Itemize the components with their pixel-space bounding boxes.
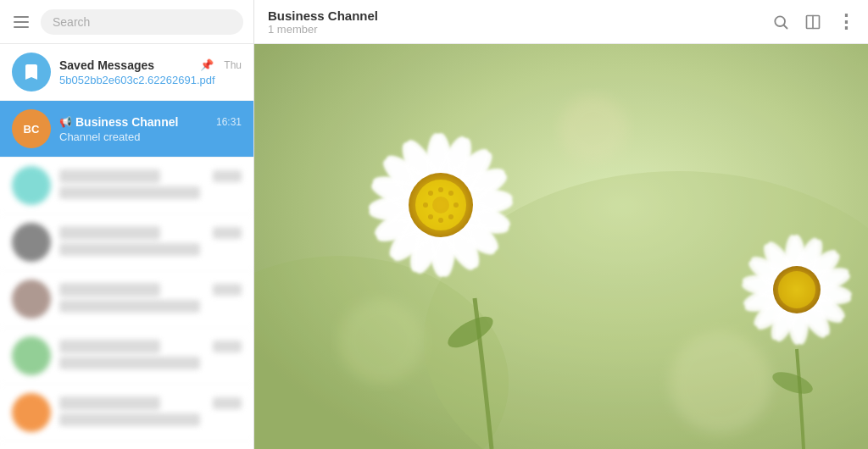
chat-3-info: ████████████ ████ ██████████████████	[59, 169, 242, 202]
chat-3-preview: ██████████████████	[59, 186, 200, 199]
chat-subtitle: 1 member	[268, 23, 772, 36]
svg-line-1	[784, 25, 787, 28]
avatar-5	[12, 280, 51, 319]
hamburger-menu-icon[interactable]	[10, 13, 32, 31]
search-input[interactable]	[41, 9, 243, 35]
chat-4-preview: ██████████████████	[59, 243, 200, 256]
chat-7-info: ████████████ ████ ██████████████████	[59, 396, 242, 430]
chat-6-time: ████	[213, 341, 242, 352]
chat-6-info: ████████████ ████ ██████████████████	[59, 340, 242, 373]
chat-6-preview: ██████████████████	[59, 357, 200, 369]
chat-5-time: ████	[213, 284, 242, 296]
chat-item-6[interactable]: ████████████ ████ ██████████████████	[0, 328, 253, 385]
saved-messages-preview: 5b052bb2e603c2.62262691.pdf	[59, 74, 242, 86]
avatar-4	[12, 223, 51, 262]
chat-item-business[interactable]: BC 📢 Business Channel 16:31 Channel crea…	[0, 101, 253, 158]
chat-3-name: ████████████	[59, 169, 160, 183]
avatar-saved	[12, 53, 51, 91]
chat-7-name: ████████████	[59, 396, 160, 410]
chat-header: Business Channel 1 member ⋮	[254, 0, 868, 44]
saved-messages-name: Saved Messages	[59, 58, 154, 72]
avatar-business: BC	[12, 109, 51, 148]
daisy-svg	[254, 44, 868, 449]
chat-background	[254, 44, 868, 449]
chat-4-time: ████	[213, 227, 242, 239]
channel-icon: 📢	[59, 116, 72, 128]
chat-bg-canvas	[254, 44, 868, 449]
chat-5-name: ████████████	[59, 283, 160, 297]
chat-6-name: ████████████	[59, 340, 160, 353]
avatar-7	[12, 393, 51, 432]
search-icon[interactable]	[772, 14, 789, 30]
chat-item-7[interactable]: ████████████ ████ ██████████████████	[0, 385, 253, 441]
layout-icon[interactable]	[804, 14, 821, 30]
chat-item-5[interactable]: ████████████ ████ ██████████████████	[0, 271, 253, 328]
pin-icon: 📌	[200, 58, 214, 71]
chat-7-time: ████	[213, 397, 242, 409]
header-icons: ⋮	[772, 11, 854, 33]
chat-item-3[interactable]: ████████████ ████ ██████████████████	[0, 158, 253, 214]
more-options-icon[interactable]: ⋮	[837, 11, 854, 33]
chat-4-info: ████████████ ████ ██████████████████	[59, 226, 242, 259]
chat-title: Business Channel	[268, 8, 772, 23]
saved-messages-time: Thu	[224, 59, 242, 71]
business-channel-preview: Channel created	[59, 130, 242, 143]
chat-3-time: ████	[213, 170, 242, 182]
chat-item-4[interactable]: ████████████ ████ ██████████████████	[0, 214, 253, 271]
svg-rect-55	[254, 44, 868, 449]
chat-7-preview: ██████████████████	[59, 413, 200, 426]
chat-item-saved[interactable]: Saved Messages 📌 Thu 5b052bb2e603c2.6226…	[0, 44, 253, 101]
chat-list: Saved Messages 📌 Thu 5b052bb2e603c2.6226…	[0, 44, 253, 449]
avatar-6	[12, 336, 51, 375]
main-panel: Business Channel 1 member ⋮	[254, 0, 868, 449]
sidebar: Saved Messages 📌 Thu 5b052bb2e603c2.6226…	[0, 0, 254, 449]
avatar-3	[12, 166, 51, 205]
business-channel-name: 📢 Business Channel	[59, 115, 178, 129]
sidebar-header	[0, 0, 253, 44]
chat-4-name: ████████████	[59, 226, 160, 240]
chat-header-info: Business Channel 1 member	[268, 8, 772, 36]
business-channel-info: 📢 Business Channel 16:31 Channel created	[59, 115, 242, 143]
chat-5-info: ████████████ ████ ██████████████████	[59, 283, 242, 316]
chat-5-preview: ██████████████████	[59, 300, 200, 313]
saved-messages-info: Saved Messages 📌 Thu 5b052bb2e603c2.6226…	[59, 58, 242, 86]
business-channel-time: 16:31	[216, 116, 242, 128]
